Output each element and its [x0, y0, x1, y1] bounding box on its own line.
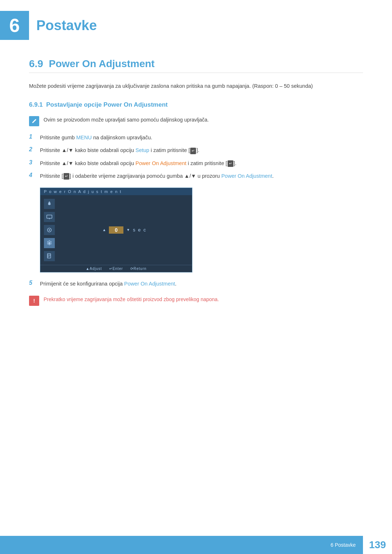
page-footer: 6 Postavke 139: [0, 536, 392, 554]
note-text: Ovim se proizvodom može upravljati samo …: [44, 116, 209, 124]
osd-icon-3: [44, 225, 55, 235]
step3-highlight: Power On Adjustment: [135, 160, 186, 166]
note-icon: [29, 116, 39, 126]
footer-section-label: 6 Postavke: [331, 542, 363, 548]
osd-title-bar: P o w e r O n A d j u s t m e n t: [40, 188, 192, 195]
chapter-header: 6 Postavke: [0, 0, 392, 47]
steps-list: 1 Pritisnite gumb MENU na daljinskom upr…: [29, 134, 363, 180]
osd-container: P o w e r O n A d j u s t m e n t: [40, 188, 192, 272]
osd-footer-enter: ↵Enter: [109, 267, 123, 271]
osd-arrows-up: ▲: [102, 228, 106, 232]
subsection-heading: 6.9.1 Postavljanje opcije Power On Adjus…: [29, 101, 363, 108]
step1-highlight: MENU: [76, 135, 92, 140]
svg-point-5: [49, 229, 50, 231]
chapter-number: 6: [0, 11, 29, 40]
osd-main-content: ▲ 0 ▼ s e c: [61, 199, 188, 261]
svg-rect-1: [47, 215, 52, 218]
osd-sidebar: [44, 199, 57, 261]
osd-unit: s e c: [133, 227, 146, 233]
warning-icon: !: [29, 296, 39, 306]
osd-value-box: ▲ 0 ▼ s e c: [102, 226, 146, 234]
warning-box: ! Prekratko vrijeme zagrijavanja može oš…: [29, 295, 363, 306]
osd-icon-5: [44, 251, 55, 261]
enter-key-3: ↵: [228, 160, 233, 167]
osd-footer-return: ⟳Return: [130, 267, 147, 271]
section-description: Možete podesiti vrijeme zagrijavanja za …: [29, 82, 363, 90]
step-1: 1 Pritisnite gumb MENU na daljinskom upr…: [29, 134, 363, 142]
osd-icon-4-active: [44, 238, 55, 248]
osd-arrows-down: ▼: [126, 228, 130, 232]
step5-highlight: Power On Adjustment: [124, 281, 175, 287]
osd-menu: P o w e r O n A d j u s t m e n t: [40, 188, 192, 272]
note-box: Ovim se proizvodom može upravljati samo …: [29, 116, 363, 126]
section-heading: 6.9 Power On Adjustment: [29, 58, 363, 73]
main-content: 6.9 Power On Adjustment Možete podesiti …: [0, 58, 392, 306]
step4-highlight: Power On Adjustment: [221, 173, 272, 179]
svg-point-0: [49, 203, 50, 205]
step-5: 5 Primijenit će se konfigurirana opcija …: [29, 280, 363, 288]
osd-icon-2: [44, 212, 55, 222]
osd-footer: ▲Adjust ↵Enter ⟳Return: [40, 265, 192, 272]
osd-body: ▲ 0 ▼ s e c: [40, 195, 192, 265]
osd-value: 0: [109, 226, 123, 234]
enter-key-2: ↵: [190, 148, 196, 154]
enter-key-4: ↵: [64, 173, 69, 180]
step-2: 2 Pritisnite ▲/▼ kako biste odabrali opc…: [29, 146, 363, 155]
warning-text: Prekratko vrijeme zagrijavanja može ošte…: [44, 295, 219, 303]
footer-page-number: 139: [363, 536, 392, 554]
step2-highlight: Setup: [135, 147, 149, 153]
osd-icon-1: [44, 199, 55, 209]
chapter-title: Postavke: [36, 18, 97, 33]
step-4: 4 Pritisnite [↵] i odaberite vrijeme zag…: [29, 172, 363, 180]
step-3: 3 Pritisnite ▲/▼ kako biste odabrali opc…: [29, 159, 363, 168]
osd-footer-adjust: ▲Adjust: [86, 267, 102, 271]
step5-list: 5 Primijenit će se konfigurirana opcija …: [29, 280, 363, 288]
